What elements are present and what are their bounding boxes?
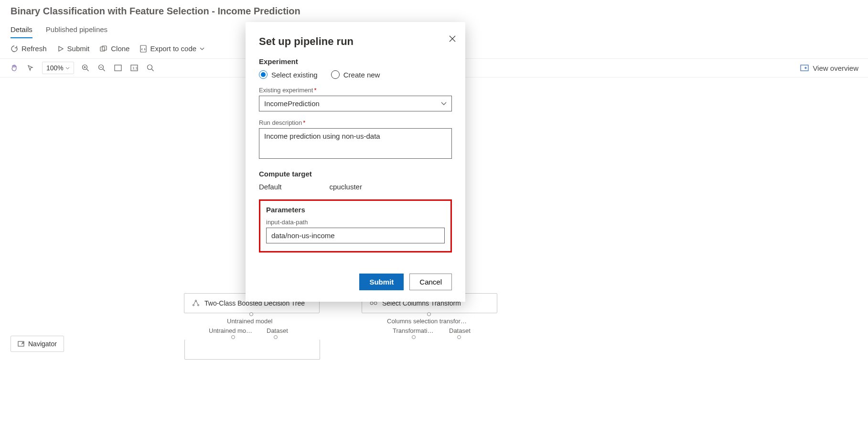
- port-dot[interactable]: [427, 312, 431, 316]
- close-icon: [449, 35, 456, 42]
- port-label: Untrained model: [227, 318, 272, 325]
- port-label: Dataset: [449, 327, 471, 334]
- pan-tool-icon[interactable]: [10, 63, 19, 73]
- page-title: Binary Classification with Feature Selec…: [0, 0, 868, 21]
- search-icon[interactable]: [146, 63, 155, 73]
- export-label: Export to code: [150, 44, 196, 53]
- overview-icon: [800, 65, 809, 71]
- experiment-heading: Experiment: [259, 57, 452, 66]
- compute-target-row: Default cpucluster: [259, 183, 452, 191]
- port-dot[interactable]: [274, 335, 278, 339]
- run-description-input[interactable]: [259, 128, 452, 159]
- port-label: Untrained mo…: [209, 327, 252, 334]
- svg-point-12: [198, 305, 199, 306]
- navigator-label: Navigator: [28, 340, 57, 348]
- tab-details[interactable]: Details: [11, 21, 32, 38]
- clone-label: Clone: [111, 44, 129, 53]
- pointer-tool-icon[interactable]: [26, 63, 35, 73]
- svg-point-8: [147, 65, 152, 70]
- modal-cancel-button[interactable]: Cancel: [409, 274, 452, 290]
- navigator-icon: [18, 341, 24, 347]
- view-overview-label: View overview: [813, 64, 858, 72]
- radio-create-new[interactable]: Create new: [331, 70, 380, 79]
- tab-published-pipelines[interactable]: Published pipelines: [46, 21, 107, 38]
- existing-experiment-select[interactable]: IncomePrediction: [259, 96, 452, 111]
- input-data-path-field[interactable]: [266, 228, 445, 243]
- port-dot[interactable]: [249, 312, 253, 316]
- submit-label: Submit: [67, 44, 90, 53]
- chevron-down-icon: [200, 47, 204, 50]
- export-button[interactable]: Export to code: [140, 44, 204, 53]
- view-overview-button[interactable]: View overview: [800, 64, 858, 72]
- compute-value: cpucluster: [330, 183, 362, 191]
- zoom-out-icon[interactable]: [97, 63, 107, 73]
- svg-rect-2: [140, 45, 146, 52]
- radio-label: Select existing: [271, 71, 318, 79]
- radio-icon: [331, 70, 340, 79]
- port-label: Dataset: [267, 327, 288, 334]
- existing-experiment-label: Existing experiment*: [259, 87, 452, 94]
- parameters-section: Parameters input-data-path: [259, 199, 452, 252]
- radio-label: Create new: [343, 71, 380, 79]
- chevron-down-icon: [441, 102, 447, 105]
- input-data-path-label: input-data-path: [266, 219, 445, 226]
- svg-text:1:1: 1:1: [132, 66, 138, 70]
- copy-icon: [100, 45, 107, 52]
- play-icon: [57, 45, 64, 52]
- tree-icon: [192, 300, 200, 307]
- select-value: IncomePrediction: [264, 99, 320, 108]
- submit-button[interactable]: Submit: [57, 44, 90, 53]
- port-label: Columns selection transfor…: [387, 318, 467, 325]
- refresh-icon: [11, 45, 18, 53]
- code-file-icon: [140, 45, 147, 53]
- modal-submit-button[interactable]: Submit: [359, 274, 404, 290]
- port-dot[interactable]: [231, 335, 235, 339]
- node-placeholder[interactable]: [184, 340, 320, 360]
- close-button[interactable]: [449, 35, 456, 42]
- modal-title: Set up pipeline run: [259, 35, 452, 48]
- svg-point-14: [374, 302, 377, 305]
- radio-icon: [259, 70, 268, 79]
- parameters-heading: Parameters: [266, 206, 445, 214]
- modal-buttons: Submit Cancel: [259, 274, 452, 290]
- run-description-label: Run description*: [259, 119, 452, 126]
- svg-point-13: [370, 302, 373, 305]
- compute-target-heading: Compute target: [259, 170, 452, 178]
- fit-screen-icon[interactable]: [113, 63, 123, 73]
- experiment-radio-group: Select existing Create new: [259, 70, 452, 79]
- chevron-down-icon: [65, 67, 70, 69]
- radio-select-existing[interactable]: Select existing: [259, 70, 318, 79]
- navigator-button[interactable]: Navigator: [11, 336, 64, 352]
- clone-button[interactable]: Clone: [100, 44, 129, 53]
- port-label: Transformati…: [393, 327, 433, 334]
- zoom-level[interactable]: 100%: [42, 62, 74, 74]
- port-dot[interactable]: [412, 335, 416, 339]
- svg-point-11: [193, 305, 194, 306]
- zoom-value: 100%: [46, 64, 64, 72]
- port-dot[interactable]: [457, 335, 461, 339]
- svg-rect-5: [115, 65, 121, 71]
- refresh-label: Refresh: [21, 44, 47, 53]
- setup-pipeline-modal: Set up pipeline run Experiment Select ex…: [246, 22, 465, 302]
- refresh-button[interactable]: Refresh: [11, 44, 47, 53]
- compute-default-label: Default: [259, 183, 282, 191]
- actual-size-icon[interactable]: 1:1: [129, 63, 139, 73]
- zoom-in-icon[interactable]: [81, 63, 90, 73]
